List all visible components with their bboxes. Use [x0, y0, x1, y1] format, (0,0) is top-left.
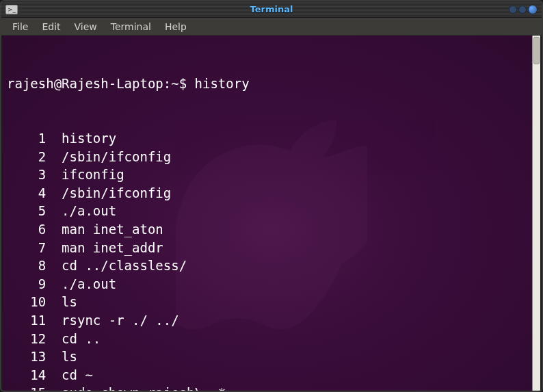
- history-command: cd ~: [62, 366, 93, 384]
- terminal-output[interactable]: rajesh@Rajesh-Laptop:~$ history 1 histor…: [3, 36, 540, 391]
- history-number: 9: [7, 275, 46, 293]
- history-line: 10 ls: [7, 293, 536, 311]
- history-number: 3: [7, 166, 46, 184]
- history-number: 13: [7, 348, 46, 366]
- menu-terminal[interactable]: Terminal: [105, 20, 157, 34]
- menu-help[interactable]: Help: [159, 20, 192, 34]
- minimize-button[interactable]: [509, 5, 517, 14]
- history-command: man inet_aton: [62, 220, 163, 239]
- history-command: ls: [62, 293, 77, 311]
- window-controls: [509, 5, 538, 14]
- history-command: ./a.out: [62, 202, 116, 220]
- menu-view[interactable]: View: [69, 20, 103, 34]
- history-line: 7 man inet_addr: [7, 239, 536, 257]
- history-line: 1 history: [7, 129, 536, 148]
- history-number: 8: [7, 257, 46, 275]
- history-command: /sbin/ifconfig: [62, 184, 171, 202]
- history-number: 14: [7, 366, 46, 384]
- menubar: File Edit View Terminal Help: [1, 18, 542, 36]
- history-number: 6: [7, 220, 46, 239]
- history-command: history: [62, 129, 116, 148]
- history-line: 15 sudo chown rajesh\: *: [7, 384, 536, 391]
- history-command: man inet_addr: [62, 239, 163, 257]
- history-number: 5: [7, 202, 46, 220]
- history-number: 4: [7, 184, 46, 202]
- terminal-viewport[interactable]: rajesh@Rajesh-Laptop:~$ history 1 histor…: [3, 36, 540, 391]
- history-line: 4 /sbin/ifconfig: [7, 184, 536, 202]
- vertical-scrollbar[interactable]: [532, 36, 540, 391]
- menu-file[interactable]: File: [7, 20, 34, 34]
- history-line: 11 rsync -r ./ ../: [7, 311, 536, 330]
- history-command: ls: [62, 348, 77, 366]
- prompt-line: rajesh@Rajesh-Laptop:~$ history: [7, 75, 536, 93]
- typed-command: history: [195, 75, 250, 93]
- history-line: 2 /sbin/ifconfig: [7, 148, 536, 166]
- maximize-button[interactable]: [518, 5, 527, 14]
- history-command: ./a.out: [62, 275, 116, 293]
- history-command: sudo chown rajesh\: *: [62, 384, 226, 391]
- menu-edit[interactable]: Edit: [36, 20, 66, 34]
- history-line: 12 cd ..: [7, 330, 536, 348]
- history-line: 5 ./a.out: [7, 202, 536, 220]
- history-command: ifconfig: [62, 166, 124, 184]
- history-command: cd ..: [62, 330, 101, 348]
- history-command: rsync -r ./ ../: [62, 311, 179, 330]
- history-number: 1: [7, 129, 46, 148]
- close-button[interactable]: [528, 5, 538, 14]
- history-number: 2: [7, 148, 46, 166]
- history-command: /sbin/ifconfig: [62, 148, 171, 166]
- history-command: cd ../classless/: [62, 257, 187, 275]
- history-line: 6 man inet_aton: [7, 220, 536, 239]
- history-line: 13 ls: [7, 348, 536, 366]
- history-number: 7: [7, 239, 46, 257]
- history-number: 11: [7, 311, 46, 330]
- history-number: 12: [7, 330, 46, 348]
- titlebar[interactable]: >_ Terminal: [1, 1, 542, 18]
- terminal-app-icon: >_: [5, 5, 18, 14]
- window-title: Terminal: [250, 4, 293, 14]
- history-number: 10: [7, 293, 46, 311]
- history-line: 8 cd ../classless/: [7, 257, 536, 275]
- history-line: 14 cd ~: [7, 366, 536, 384]
- history-number: 15: [7, 384, 46, 391]
- history-line: 9 ./a.out: [7, 275, 536, 293]
- history-line: 3 ifconfig: [7, 166, 536, 184]
- prompt: rajesh@Rajesh-Laptop:~$: [7, 75, 195, 93]
- scrollbar-thumb[interactable]: [533, 37, 540, 64]
